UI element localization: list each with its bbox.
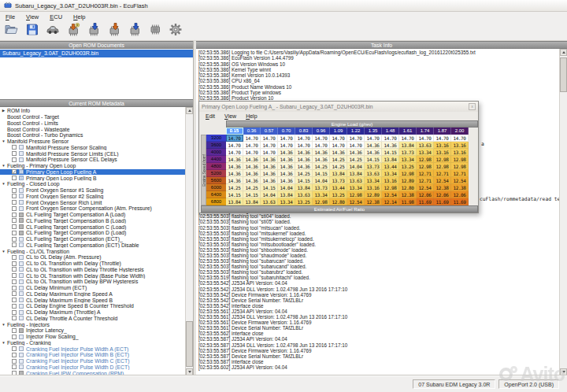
tree-category-item[interactable]: ▼Fueling - Closed Loop xyxy=(0,181,185,187)
tree-category-item[interactable]: ▶ROM Info xyxy=(0,108,185,114)
expand-arrow-icon[interactable]: ▼ xyxy=(0,341,7,345)
map-cell[interactable]: 12.38 xyxy=(434,184,451,191)
log-scroll-up-button[interactable] xyxy=(560,49,567,56)
map-cell[interactable]: 12.71 xyxy=(451,170,469,177)
map-cell[interactable]: 12.98 xyxy=(382,184,399,191)
map-cell[interactable]: 14.70 xyxy=(313,135,330,142)
map-cell[interactable]: 13.16 xyxy=(434,142,451,149)
map-cell[interactable]: 12.98 xyxy=(399,170,417,177)
map-cell[interactable]: 14.36 xyxy=(226,163,243,170)
map-cell[interactable]: 11.69 xyxy=(451,198,469,205)
expand-arrow-icon[interactable]: ▶ xyxy=(0,109,7,113)
map-cell[interactable]: 11.98 xyxy=(399,198,417,205)
checkbox[interactable] xyxy=(12,151,17,156)
settings-button[interactable] xyxy=(168,24,183,39)
tree-category-item[interactable]: ▼Fueling - CL/OL Transition xyxy=(0,248,185,254)
row-header-cell[interactable]: 4400 xyxy=(206,156,226,163)
map-cell[interactable]: 13.34 xyxy=(365,177,382,184)
map-cell[interactable]: 14.25 xyxy=(226,184,243,191)
log-scrollbar-thumb[interactable] xyxy=(560,57,567,92)
tree-leaf-item[interactable]: CL Delay Engine Speed B Counter Threshol… xyxy=(0,303,185,309)
map-cell[interactable]: 14.25 xyxy=(243,184,261,191)
column-header-cell[interactable]: 1.74 xyxy=(417,128,434,135)
checkbox[interactable] xyxy=(12,328,17,333)
expand-arrow-icon[interactable]: ▼ xyxy=(0,139,7,143)
tree-scroll-up-button[interactable] xyxy=(186,107,193,114)
map-cell[interactable]: 14.36 xyxy=(261,156,278,163)
column-header-cell[interactable]: 0.96 xyxy=(313,128,330,135)
map-cell[interactable]: 12.71 xyxy=(417,170,434,177)
checkbox[interactable] xyxy=(12,176,17,180)
map-cell[interactable]: 13.34 xyxy=(313,191,330,198)
column-header-cell[interactable]: 1.48 xyxy=(382,128,399,135)
row-header-cell[interactable]: 6800 xyxy=(206,198,226,205)
tree-leaf-item[interactable]: Cranking Fuel Injector Pulse Width B (EC… xyxy=(0,352,185,358)
checkbox[interactable] xyxy=(12,291,17,296)
expand-arrow-icon[interactable]: ▼ xyxy=(0,250,7,253)
checkbox[interactable] xyxy=(12,145,17,150)
map-cell[interactable]: 13.25 xyxy=(399,163,417,170)
map-cell[interactable]: 13.34 xyxy=(278,198,295,205)
tree-leaf-item[interactable]: CL Delay Throttle A Counter Threshold xyxy=(0,316,185,322)
open-rom-item[interactable]: Subaru_Legacy_3.0AT_D2UH003R.bin xyxy=(0,50,193,57)
map-cell[interactable]: 14.36 xyxy=(243,177,261,184)
checkbox[interactable] xyxy=(12,261,17,266)
map-cell[interactable]: 14.70 xyxy=(382,135,399,142)
map-cell[interactable]: 12.06 xyxy=(417,191,434,198)
checkbox[interactable] xyxy=(12,316,17,320)
map-cell[interactable]: 14.36 xyxy=(278,177,295,184)
map-cell[interactable]: 14.15 xyxy=(313,170,330,177)
map-cell[interactable]: 14.36 xyxy=(243,163,261,170)
map-cell[interactable]: 14.36 xyxy=(330,149,347,156)
map-cell[interactable]: 14.70 xyxy=(278,135,295,142)
map-cell[interactable]: 12.54 xyxy=(451,177,469,184)
map-cell[interactable]: 13.34 xyxy=(399,156,417,163)
fuel-map-menu-help-menu[interactable]: Help xyxy=(241,113,261,119)
map-cell[interactable]: 12.06 xyxy=(451,191,469,198)
map-cell[interactable]: 12.98 xyxy=(451,163,469,170)
checkbox[interactable] xyxy=(12,353,17,357)
column-header-cell[interactable]: 0.36 xyxy=(243,128,261,135)
tree-category-item[interactable]: ▼Manifold Pressure Sensor xyxy=(0,139,185,145)
map-cell[interactable]: 14.36 xyxy=(313,149,330,156)
map-cell[interactable]: 13.73 xyxy=(330,177,347,184)
map-cell[interactable]: 14.36 xyxy=(226,177,243,184)
expand-arrow-icon[interactable]: ▼ xyxy=(0,182,7,186)
map-cell[interactable]: 12.38 xyxy=(399,191,417,198)
map-cell[interactable]: 14.70 xyxy=(261,135,278,142)
tree-leaf-item[interactable]: Injector Flow Scaling_ xyxy=(0,334,185,340)
map-cell[interactable]: 14.25 xyxy=(330,163,347,170)
checkbox[interactable] xyxy=(12,157,17,162)
map-cell[interactable]: 14.25 xyxy=(295,170,313,177)
map-cell[interactable]: 14.36 xyxy=(295,163,313,170)
map-cell[interactable]: 14.36 xyxy=(365,142,382,149)
tree-leaf-item[interactable]: Manifold Pressure Sensor CEL Delays xyxy=(0,157,185,163)
map-cell[interactable]: 13.63 xyxy=(295,191,313,198)
map-cell[interactable]: 12.06 xyxy=(434,191,451,198)
map-cell[interactable]: 13.73 xyxy=(399,149,417,156)
map-cell[interactable]: 14.36 xyxy=(313,156,330,163)
checkbox[interactable] xyxy=(12,335,17,339)
map-cell[interactable]: 14.70 xyxy=(261,142,278,149)
map-cell[interactable]: 13.34 xyxy=(417,149,434,156)
expand-arrow-icon[interactable]: ▼ xyxy=(0,323,7,327)
map-cell[interactable]: 14.36 xyxy=(226,170,243,177)
map-cell[interactable]: 14.36 xyxy=(261,170,278,177)
fuel-map-menu-edit-menu[interactable]: Edit xyxy=(201,113,220,119)
map-cell[interactable]: 14.36 xyxy=(382,142,399,149)
tree-category-item[interactable]: Boost Control - Limits xyxy=(0,120,185,127)
map-cell[interactable]: 12.14 xyxy=(382,198,399,205)
checkbox[interactable] xyxy=(12,194,17,198)
map-cell[interactable]: 14.70 xyxy=(417,135,434,142)
map-cell[interactable]: 13.16 xyxy=(365,184,382,191)
map-cell[interactable]: 13.16 xyxy=(451,142,469,149)
map-cell[interactable]: 12.71 xyxy=(434,170,451,177)
tree-scrollbar-thumb[interactable] xyxy=(186,321,193,367)
map-cell[interactable]: 13.63 xyxy=(365,170,382,177)
checkbox[interactable] xyxy=(12,200,17,205)
tree-leaf-item[interactable]: Front Oxygen Sensor #1 Scaling xyxy=(0,187,185,194)
row-header-cell[interactable]: 5600 xyxy=(206,177,226,184)
tree-leaf-item[interactable]: CL Fueling Target Compensation (ECT)_ xyxy=(0,236,185,242)
tree-category-item[interactable]: ▼Fueling - Cranking xyxy=(0,340,185,346)
write-ecu-alt-button[interactable] xyxy=(127,24,143,39)
